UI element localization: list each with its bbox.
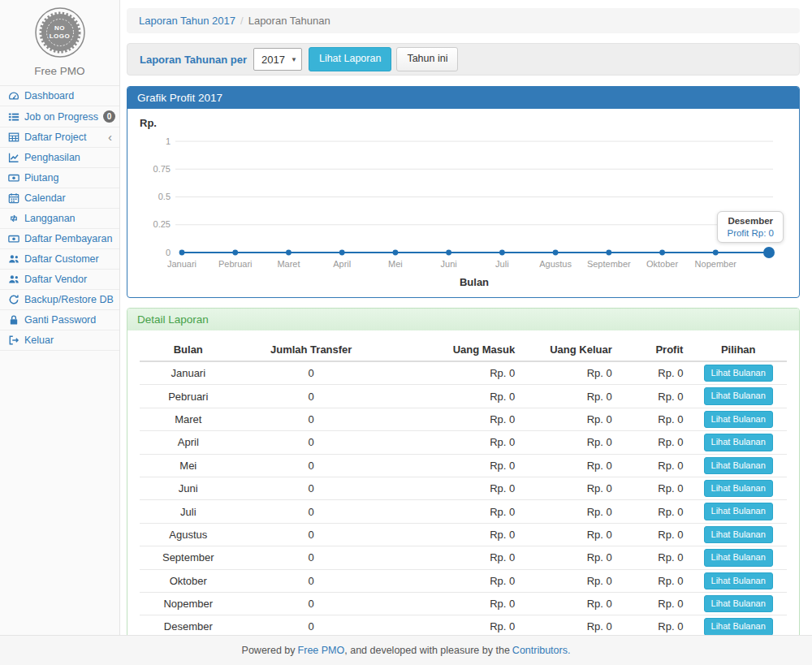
chart-panel-title: Grafik Profit 2017 [127, 87, 799, 109]
chart-point[interactable] [499, 250, 505, 256]
chart-point[interactable] [179, 250, 185, 256]
report-filter-bar: Laporan Tahunan per 2017 ▼ Lihat Laporan… [127, 43, 800, 76]
cell: Rp. 0 [521, 431, 619, 454]
col-bulan: Bulan [140, 339, 237, 361]
cell: Rp. 0 [619, 431, 690, 454]
chart-point[interactable] [339, 250, 345, 256]
cell: Rp. 0 [521, 500, 619, 523]
sidebar-item-daftar-project[interactable]: Daftar Project‹ [0, 127, 119, 148]
detail-report-panel: Detail Laporan Bulan Jumlah Transfer Uan… [127, 308, 800, 665]
sidebar-item-langganan[interactable]: Langganan [0, 209, 119, 229]
cell: Juli [140, 500, 237, 523]
money-icon [7, 172, 19, 184]
lihat-bulanan-button[interactable]: Lihat Bulanan [704, 365, 773, 382]
sidebar-item-piutang[interactable]: Piutang [0, 168, 119, 188]
chart-point[interactable] [446, 250, 451, 256]
cell: 0 [237, 546, 386, 569]
table-row: Pebruari0Rp. 0Rp. 0Rp. 0Lihat Bulanan [140, 385, 787, 408]
cell: Rp. 0 [386, 592, 521, 615]
cell: Rp. 0 [619, 546, 690, 569]
cell: Rp. 0 [386, 361, 521, 385]
table-row: Agustus0Rp. 0Rp. 0Rp. 0Lihat Bulanan [140, 523, 787, 546]
lihat-bulanan-button[interactable]: Lihat Bulanan [704, 434, 773, 451]
year-select[interactable]: 2017 [253, 48, 302, 71]
sidebar-item-ganti-password[interactable]: Ganti Password [0, 310, 119, 330]
year-select-wrap: 2017 ▼ [253, 48, 302, 71]
sign-out-icon [7, 335, 19, 346]
cell: Rp. 0 [386, 500, 521, 523]
refresh-icon [7, 294, 19, 305]
sidebar-item-penghasilan[interactable]: Penghasilan [0, 148, 119, 168]
table-row: Nopember0Rp. 0Rp. 0Rp. 0Lihat Bulanan [140, 592, 787, 615]
chart-point[interactable] [553, 250, 559, 256]
cell: Nopember [140, 592, 237, 615]
chart-point[interactable] [286, 250, 292, 256]
chart-point[interactable] [763, 247, 775, 258]
cell: April [140, 431, 237, 454]
lihat-bulanan-button[interactable]: Lihat Bulanan [704, 503, 773, 520]
lihat-bulanan-button[interactable]: Lihat Bulanan [704, 549, 773, 566]
cell: Rp. 0 [521, 454, 619, 477]
chart-line-icon [7, 152, 19, 163]
contributors-link[interactable]: Contributors. [512, 645, 571, 656]
cell: Mei [140, 454, 237, 477]
filter-label: Laporan Tahunan per [140, 54, 247, 66]
sidebar-item-daftar-vendor[interactable]: Daftar Vendor [0, 270, 119, 290]
sidebar-item-calendar[interactable]: Calendar [0, 188, 119, 209]
x-tick-label: Maret [277, 259, 300, 269]
x-tick-label: Juni [441, 259, 457, 269]
users-icon [7, 253, 19, 265]
cell: September [140, 546, 237, 569]
lihat-bulanan-button[interactable]: Lihat Bulanan [704, 572, 773, 589]
x-tick-label: Mei [388, 259, 403, 269]
x-tick-label: Agustus [539, 259, 572, 269]
sidebar-item-label: Daftar Pembayaran [24, 233, 112, 244]
x-tick-label: Nopember [695, 259, 737, 269]
table-header-row: Bulan Jumlah Transfer Uang Masuk Uang Ke… [140, 339, 787, 361]
cell: Rp. 0 [386, 431, 521, 454]
lihat-bulanan-button[interactable]: Lihat Bulanan [704, 595, 773, 612]
chart-point[interactable] [606, 250, 611, 256]
cell: Rp. 0 [619, 361, 690, 385]
y-tick-label: 0.75 [153, 164, 171, 174]
lihat-bulanan-button[interactable]: Lihat Bulanan [704, 618, 773, 635]
cell: 0 [237, 592, 386, 615]
sidebar-item-label: Dashboard [24, 90, 74, 101]
sidebar-item-daftar-pembayaran[interactable]: Daftar Pembayaran [0, 229, 119, 249]
sidebar-item-daftar-customer[interactable]: Daftar Customer [0, 249, 119, 270]
count-badge: 0 [103, 110, 115, 123]
sidebar-item-keluar[interactable]: Keluar [0, 330, 119, 351]
table-row: Juli0Rp. 0Rp. 0Rp. 0Lihat Bulanan [140, 500, 787, 523]
table-row: April0Rp. 0Rp. 0Rp. 0Lihat Bulanan [140, 431, 787, 454]
sidebar-item-label: Daftar Vendor [24, 274, 87, 285]
sidebar-item-job-on-progress[interactable]: Job on Progress0 [0, 106, 119, 127]
footer-text: Powered by [242, 645, 296, 656]
cell: Rp. 0 [619, 592, 690, 615]
lihat-bulanan-button[interactable]: Lihat Bulanan [704, 480, 773, 497]
lihat-bulanan-button[interactable]: Lihat Bulanan [704, 411, 773, 428]
cell: Agustus [140, 523, 237, 546]
lihat-bulanan-button[interactable]: Lihat Bulanan [704, 526, 773, 543]
cell: Rp. 0 [521, 592, 619, 615]
tooltip-profit: Profit Rp: 0 [727, 228, 774, 238]
cell: Pebruari [140, 385, 237, 408]
chart-point[interactable] [713, 250, 719, 256]
breadcrumb-link[interactable]: Laporan Tahun 2017 [139, 15, 235, 27]
cell: 0 [237, 523, 386, 546]
chart-point[interactable] [393, 250, 399, 256]
tahun-ini-button[interactable]: Tahun ini [396, 47, 458, 71]
chart-point[interactable] [232, 250, 238, 256]
cell: Rp. 0 [386, 569, 521, 592]
lihat-laporan-button[interactable]: Lihat Laporan [309, 47, 391, 71]
sidebar-item-backup-restore-db[interactable]: Backup/Restore DB [0, 290, 119, 310]
chart-point[interactable] [659, 250, 665, 256]
cell: Rp. 0 [619, 477, 690, 499]
sidebar-item-label: Keluar [24, 335, 54, 346]
lihat-bulanan-button[interactable]: Lihat Bulanan [704, 457, 773, 474]
free-pmo-link[interactable]: Free PMO [298, 645, 345, 656]
table-row: Oktober0Rp. 0Rp. 0Rp. 0Lihat Bulanan [140, 569, 787, 592]
chart-y-axis-label: Rp. [140, 117, 787, 129]
lihat-bulanan-button[interactable]: Lihat Bulanan [704, 387, 773, 404]
cell: 0 [237, 361, 386, 385]
sidebar-item-dashboard[interactable]: Dashboard [0, 86, 119, 106]
